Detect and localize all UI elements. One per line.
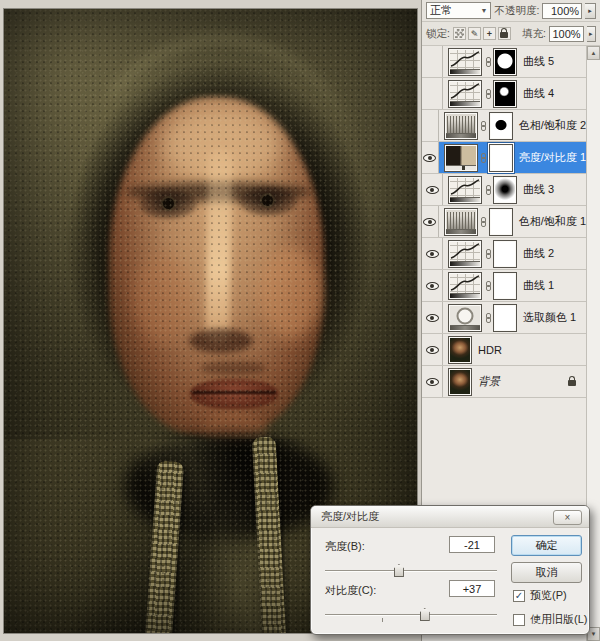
lock-transparency-button[interactable] [453, 27, 466, 40]
layer-name[interactable]: 曲线 4 [523, 86, 554, 101]
layer-name[interactable]: 曲线 2 [523, 246, 554, 261]
layer-row-brightness-contrast-1[interactable]: 亮度/对比度 1 [422, 142, 586, 174]
layer-mask-thumbnail[interactable] [493, 80, 517, 108]
layer-thumbnail[interactable] [448, 304, 482, 332]
padlock-icon [500, 32, 508, 38]
fill-value: 100% [552, 28, 580, 40]
layer-thumbnail[interactable] [448, 48, 482, 76]
layer-name[interactable]: 选取颜色 1 [523, 310, 576, 325]
layer-row-curves-2[interactable]: 曲线 2 [422, 238, 586, 270]
visibility-toggle[interactable] [422, 334, 443, 365]
fill-label: 填充: [522, 27, 546, 41]
layer-row-curves-3[interactable]: 曲线 3 [422, 174, 586, 206]
brush-icon: ✎ [471, 29, 479, 39]
legacy-checkbox-row[interactable]: 使用旧版(L) [513, 612, 587, 627]
layer-thumbnail[interactable] [448, 80, 482, 108]
layer-thumbnail[interactable] [444, 144, 478, 172]
layer-row-curves-1[interactable]: 曲线 1 [422, 270, 586, 302]
visibility-toggle[interactable] [422, 206, 439, 237]
visibility-toggle[interactable] [422, 78, 443, 109]
layer-mask-thumbnail[interactable] [493, 48, 517, 76]
layer-thumbnail[interactable] [448, 176, 482, 204]
photoshop-workspace: 正常 ▼ 不透明度: 100% ▸ 锁定: ✎ + 填充: 100% [0, 0, 600, 641]
layer-thumbnail[interactable] [448, 272, 482, 300]
legacy-checkbox[interactable] [513, 614, 525, 626]
dialog-title: 亮度/对比度 [321, 509, 379, 524]
visibility-toggle[interactable] [422, 46, 443, 77]
dialog-close-button[interactable]: × [553, 510, 582, 525]
link-icon [480, 121, 488, 131]
visibility-toggle[interactable] [422, 270, 443, 301]
brightness-value: -21 [464, 539, 480, 551]
slider-track [325, 570, 497, 572]
contrast-input[interactable]: +37 [449, 580, 495, 597]
ok-button[interactable]: 确定 [511, 535, 582, 556]
close-icon: × [565, 512, 571, 523]
layer-name[interactable]: 曲线 1 [523, 278, 554, 293]
layer-name[interactable]: 色相/饱和度 1 [519, 214, 586, 229]
layer-thumbnail[interactable] [444, 112, 478, 140]
eye-icon [423, 218, 436, 226]
layer-thumbnail[interactable] [448, 240, 482, 268]
fill-input[interactable]: 100% [549, 26, 584, 42]
layer-name[interactable]: 曲线 3 [523, 182, 554, 197]
layer-row-selective-color-1[interactable]: 选取颜色 1 [422, 302, 586, 334]
layer-name[interactable]: 色相/饱和度 2 [519, 118, 586, 133]
layer-row-hdr[interactable]: HDR [422, 334, 586, 366]
layer-name[interactable]: 背景 [478, 374, 500, 389]
contrast-slider[interactable] [325, 608, 497, 622]
cancel-button[interactable]: 取消 [511, 562, 582, 583]
opacity-label: 不透明度: [494, 4, 539, 18]
layer-row-curves-5[interactable]: 曲线 5 [422, 46, 586, 78]
layer-thumbnail[interactable] [448, 368, 472, 396]
layer-mask-thumbnail[interactable] [489, 112, 513, 140]
link-icon [484, 185, 492, 195]
visibility-toggle[interactable] [422, 110, 439, 141]
layer-name[interactable]: 亮度/对比度 1 [519, 150, 586, 165]
brightness-label: 亮度(B): [325, 539, 365, 554]
visibility-toggle[interactable] [422, 174, 443, 205]
contrast-slider-thumb[interactable] [420, 608, 430, 621]
eye-icon [426, 378, 439, 386]
visibility-toggle[interactable] [422, 142, 439, 173]
layer-mask-thumbnail[interactable] [493, 240, 517, 268]
visibility-toggle[interactable] [422, 366, 443, 397]
preview-checkbox[interactable]: ✓ [513, 590, 525, 602]
preview-checkbox-row[interactable]: ✓ 预览(P) [513, 588, 567, 603]
visibility-toggle[interactable] [422, 302, 443, 333]
layer-mask-thumbnail[interactable] [489, 208, 513, 236]
brightness-slider-thumb[interactable] [394, 564, 404, 577]
link-icon [480, 153, 488, 163]
opacity-input[interactable]: 100% [542, 3, 582, 19]
layer-row-background[interactable]: 背景 [422, 366, 586, 398]
layers-list: 曲线 5 曲线 4 色相/饱和度 2 [422, 46, 586, 398]
brightness-slider[interactable] [325, 564, 497, 578]
layer-row-hue-sat-1[interactable]: 色相/饱和度 1 [422, 206, 586, 238]
blend-mode-select[interactable]: 正常 ▼ [426, 2, 491, 19]
layer-name[interactable]: HDR [478, 344, 502, 356]
layer-row-curves-4[interactable]: 曲线 4 [422, 78, 586, 110]
layer-row-hue-sat-2[interactable]: 色相/饱和度 2 [422, 110, 586, 142]
layer-mask-thumbnail[interactable] [489, 144, 513, 172]
visibility-toggle[interactable] [422, 238, 443, 269]
layer-mask-thumbnail[interactable] [493, 272, 517, 300]
layer-thumbnail[interactable] [444, 208, 478, 236]
slider-default-tick [382, 618, 383, 622]
contrast-label: 对比度(C): [325, 583, 376, 598]
lock-pixels-button[interactable]: ✎ [468, 27, 481, 40]
fill-spinner-button[interactable]: ▸ [587, 26, 596, 42]
link-icon [484, 313, 492, 323]
brightness-input[interactable]: -21 [449, 536, 495, 553]
opacity-spinner-button[interactable]: ▸ [585, 3, 596, 19]
layer-name[interactable]: 曲线 5 [523, 54, 554, 69]
lock-all-button[interactable] [498, 27, 511, 40]
layer-mask-thumbnail[interactable] [493, 304, 517, 332]
dialog-titlebar[interactable]: 亮度/对比度 [311, 506, 589, 528]
contrast-value: +37 [463, 583, 482, 595]
lock-position-button[interactable]: + [483, 27, 496, 40]
scroll-up-button[interactable]: ▲ [587, 46, 600, 60]
check-icon: ✓ [515, 591, 523, 601]
layer-thumbnail[interactable] [448, 336, 472, 364]
ok-label: 确定 [536, 538, 558, 553]
layer-mask-thumbnail[interactable] [493, 176, 517, 204]
